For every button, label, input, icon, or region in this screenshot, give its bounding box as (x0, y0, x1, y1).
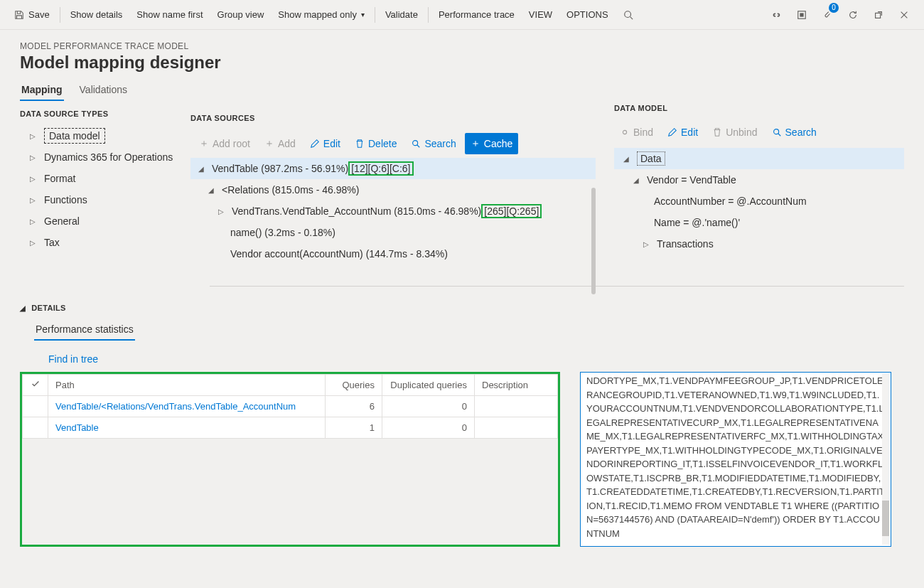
svg-line-1 (630, 16, 633, 19)
group-view-button[interactable]: Group view (210, 0, 272, 30)
save-label: Save (28, 9, 50, 20)
table-row[interactable]: VendTable/<Relations/VendTrans.VendTable… (23, 396, 558, 417)
validate-button[interactable]: Validate (378, 0, 425, 30)
cache-button[interactable]: ＋Cache (465, 133, 518, 154)
trash-icon (712, 127, 722, 137)
find-in-tree-link[interactable]: Find in tree (48, 353, 98, 365)
chevron-right-icon: ▷ (30, 175, 36, 183)
add-root-button[interactable]: ＋Add root (193, 133, 256, 154)
data-model-toolbar: Bind Edit Unbind Search (614, 119, 904, 145)
dst-format[interactable]: ▷Format (20, 168, 190, 189)
options-button[interactable]: OPTIONS (559, 0, 616, 30)
unbind-button[interactable]: Unbind (707, 124, 763, 141)
col-checkbox[interactable] (23, 375, 48, 396)
delete-button[interactable]: Delete (349, 134, 402, 154)
tab-strip: Mapping Validations (20, 80, 190, 101)
show-name-first-button[interactable]: Show name first (129, 0, 210, 30)
dst-data-model[interactable]: ▷Data model (20, 125, 190, 146)
edit-button[interactable]: Edit (304, 134, 346, 154)
dm-data[interactable]: ◢ Data (614, 148, 904, 169)
refresh-button[interactable] (840, 0, 866, 30)
dst-functions[interactable]: ▷Functions (20, 189, 190, 210)
table-header-row: Path Queries Duplicated queries Descript… (23, 375, 558, 396)
show-details-button[interactable]: Show details (63, 0, 130, 30)
chevron-right-icon: ▷ (30, 239, 36, 247)
chevron-right-icon: ▷ (30, 196, 36, 204)
svg-rect-4 (876, 13, 881, 18)
col-queries[interactable]: Queries (326, 375, 382, 396)
details-toggle[interactable]: ◢ DETAILS (20, 304, 904, 312)
dst-tax[interactable]: ▷Tax (20, 232, 190, 253)
page-header: MODEL PERFORMANCE TRACE MODEL Model mapp… (0, 30, 924, 73)
search-icon (411, 139, 421, 149)
svg-point-9 (773, 129, 778, 134)
popout-icon (874, 10, 883, 20)
svg-point-0 (624, 11, 630, 17)
chevron-down-icon: ◢ (20, 304, 26, 312)
perf-annotation-vendtrans: [265][Q:265] (481, 204, 542, 218)
data-sources-label: DATA SOURCES (190, 114, 596, 122)
attach-icon-button[interactable]: 0 (815, 0, 840, 30)
separator (375, 7, 375, 23)
dst-d365[interactable]: ▷Dynamics 365 for Operations (20, 146, 190, 168)
path-link[interactable]: VendTable/<Relations/VendTrans.VendTable… (55, 401, 296, 412)
close-button[interactable] (891, 0, 917, 30)
scrollbar[interactable] (591, 188, 596, 294)
left-column: Mapping Validations DATA SOURCE TYPES ▷D… (20, 80, 190, 264)
ds-name[interactable]: name() (3.2ms - 0.18%) (190, 222, 596, 243)
data-model-tree: ◢ Data ◢ Vendor = VendTable AccountNumbe… (614, 145, 904, 255)
col-path[interactable]: Path (48, 375, 326, 396)
save-icon (14, 10, 24, 20)
plus-icon: ＋ (471, 137, 480, 150)
dm-edit-button[interactable]: Edit (662, 124, 704, 141)
col-duplicated[interactable]: Duplicated queries (382, 375, 475, 396)
search-button[interactable] (616, 0, 641, 30)
chevron-right-icon: ▷ (641, 240, 651, 248)
office-icon-button[interactable] (789, 0, 815, 30)
ds-vendor-account[interactable]: Vendor account(AccountNum) (144.7ms - 8.… (190, 243, 596, 264)
tab-performance-statistics[interactable]: Performance statistics (34, 319, 135, 341)
popout-button[interactable] (866, 0, 891, 30)
page-title: Model mapping designer (20, 53, 904, 73)
add-button[interactable]: ＋Add (259, 133, 301, 154)
dm-account[interactable]: AccountNumber = @.AccountNum (614, 191, 904, 212)
close-icon (899, 10, 909, 20)
ds-relations[interactable]: ◢ <Relations (815.0ms - 46.98%) (190, 179, 596, 201)
path-link[interactable]: VendTable (55, 422, 99, 433)
tab-validations[interactable]: Validations (78, 80, 129, 101)
dm-transactions[interactable]: ▷ Transactions (614, 233, 904, 255)
search-icon (623, 10, 633, 20)
chevron-right-icon: ▷ (30, 154, 36, 161)
ds-vendtrans[interactable]: ▷ VendTrans.VendTable_AccountNum (815.0m… (190, 201, 596, 222)
bind-button[interactable]: Bind (614, 124, 659, 141)
dst-general[interactable]: ▷General (20, 210, 190, 232)
performance-trace-button[interactable]: Performance trace (431, 0, 522, 30)
svg-rect-3 (800, 13, 803, 16)
top-command-bar: Save Show details Show name first Group … (0, 0, 924, 30)
trash-icon (355, 139, 365, 149)
col-description[interactable]: Description (475, 375, 558, 396)
chevron-right-icon: ▷ (30, 218, 36, 225)
sql-text-box[interactable]: NDORTYPE_MX,T1.VENDPAYMFEEGROUP_JP,T1.VE… (580, 372, 891, 547)
ds-search-button[interactable]: Search (405, 134, 461, 154)
data-source-types-tree: ▷Data model ▷Dynamics 365 for Operations… (20, 125, 190, 253)
show-mapped-only-button[interactable]: Show mapped only ▾ (271, 0, 372, 30)
scrollbar-thumb[interactable] (882, 501, 889, 536)
performance-stats-highlight: Path Queries Duplicated queries Descript… (20, 372, 560, 547)
dm-vendor[interactable]: ◢ Vendor = VendTable (614, 169, 904, 191)
table-row[interactable]: VendTable 1 0 (23, 417, 558, 439)
attach-badge: 0 (829, 3, 839, 13)
save-button[interactable]: Save (7, 0, 57, 30)
link-icon-button[interactable] (763, 0, 789, 30)
dm-search-button[interactable]: Search (766, 124, 822, 141)
plus-icon: ＋ (199, 137, 209, 150)
view-button[interactable]: VIEW (522, 0, 559, 30)
plus-icon: ＋ (264, 137, 274, 150)
refresh-icon (848, 10, 858, 20)
dm-name[interactable]: Name = @.'name()' (614, 212, 904, 233)
tab-mapping[interactable]: Mapping (20, 80, 64, 101)
chevron-right-icon: ▷ (216, 208, 226, 215)
office-icon (797, 10, 807, 20)
ds-vendtable[interactable]: ◢ VendTable (987.2ms - 56.91%) [12][Q:6]… (190, 158, 596, 179)
chevron-down-icon: ◢ (206, 186, 216, 194)
